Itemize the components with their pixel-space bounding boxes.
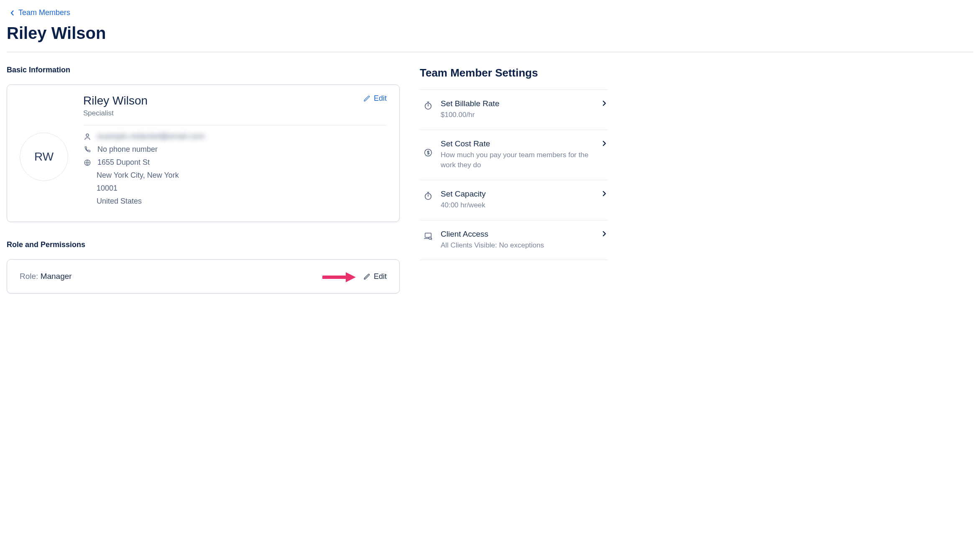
member-subtitle: Specialist <box>83 109 148 117</box>
user-icon <box>83 133 92 141</box>
chevron-right-icon <box>602 100 606 106</box>
chevron-right-icon <box>602 231 606 237</box>
address-row: 1655 Dupont St <box>83 158 387 167</box>
postal-value: 10001 <box>97 184 117 193</box>
stopwatch-icon <box>423 191 433 201</box>
role-value: Manager <box>41 272 72 281</box>
role-label: Role: <box>20 272 41 281</box>
postal-row: 10001 <box>83 184 387 193</box>
setting-cost-rate[interactable]: Set Cost Rate How much you pay your team… <box>420 130 608 180</box>
address-line2-row: New York City, New York <box>83 171 387 180</box>
setting-title: Set Billable Rate <box>441 99 595 108</box>
annotation-arrow-icon <box>322 271 357 284</box>
basic-info-card: RW Riley Wilson Specialist Edit <box>7 84 400 222</box>
dollar-circle-icon <box>423 148 433 158</box>
edit-basic-label: Edit <box>374 94 387 103</box>
chevron-right-icon <box>602 191 606 197</box>
setting-subtitle: 40:00 hr/week <box>441 200 595 211</box>
email-value: example.redacted@email.com <box>97 132 204 141</box>
setting-title: Client Access <box>441 230 595 239</box>
setting-subtitle: $100.00/hr <box>441 110 595 120</box>
edit-role-button[interactable]: Edit <box>363 272 387 281</box>
setting-title: Set Capacity <box>441 189 595 199</box>
setting-billable-rate[interactable]: Set Billable Rate $100.00/hr <box>420 90 608 130</box>
stopwatch-icon <box>423 100 433 110</box>
country-row: United States <box>83 197 387 206</box>
address-line1: 1655 Dupont St <box>97 158 150 167</box>
member-name: Riley Wilson <box>83 94 148 107</box>
laptop-search-icon <box>423 231 433 241</box>
phone-row: No phone number <box>83 145 387 154</box>
setting-capacity[interactable]: Set Capacity 40:00 hr/week <box>420 180 608 220</box>
chevron-left-icon <box>10 10 14 16</box>
avatar-initials: RW <box>34 150 54 163</box>
country-value: United States <box>97 197 142 206</box>
address-line2: New York City, New York <box>97 171 179 180</box>
setting-title: Set Cost Rate <box>441 139 595 148</box>
setting-subtitle: How much you pay your team members for t… <box>441 150 595 171</box>
avatar: RW <box>20 133 68 181</box>
edit-basic-info-button[interactable]: Edit <box>363 94 387 103</box>
setting-subtitle: All Clients Visible: No exceptions <box>441 240 595 251</box>
phone-value: No phone number <box>97 145 158 154</box>
role-card: Role: Manager Edit <box>7 259 400 294</box>
pencil-icon <box>363 273 370 280</box>
phone-icon <box>83 146 92 154</box>
role-permissions-heading: Role and Permissions <box>7 240 400 249</box>
svg-point-0 <box>86 134 89 136</box>
email-row: example.redacted@email.com <box>83 132 387 141</box>
edit-role-label: Edit <box>374 272 387 281</box>
settings-list: Set Billable Rate $100.00/hr Set Cost Ra… <box>420 89 608 260</box>
page-title: Riley Wilson <box>7 24 973 43</box>
globe-icon <box>83 158 92 167</box>
chevron-right-icon <box>602 140 606 146</box>
pencil-icon <box>363 95 370 102</box>
breadcrumb-back-link[interactable]: Team Members <box>10 8 70 17</box>
setting-client-access[interactable]: Client Access All Clients Visible: No ex… <box>420 220 608 260</box>
breadcrumb-label: Team Members <box>18 8 70 17</box>
basic-info-heading: Basic Information <box>7 66 400 74</box>
settings-heading: Team Member Settings <box>420 66 608 79</box>
header-divider <box>7 52 973 52</box>
